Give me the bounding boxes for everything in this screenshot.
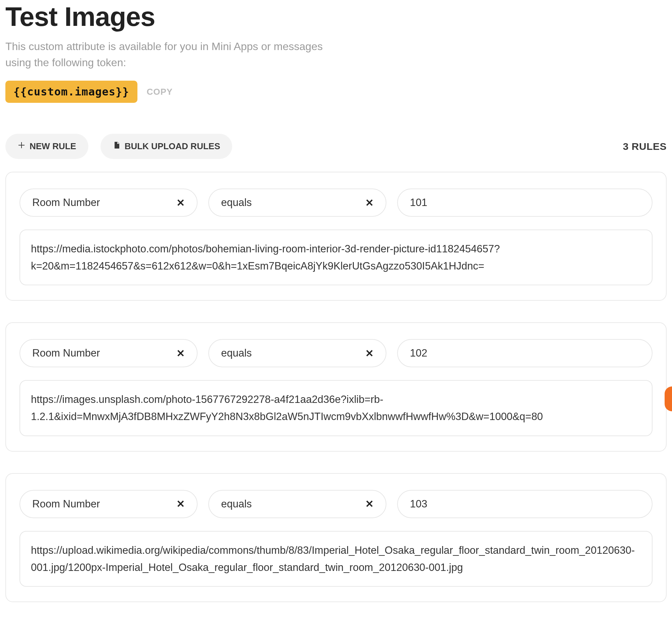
rule-comparison-value: 102 [410, 347, 427, 359]
page-title: Test Images [5, 1, 667, 32]
rule-value-input[interactable]: https://upload.wikimedia.org/wikipedia/c… [20, 531, 652, 587]
rule-field-select[interactable]: Room Number ✕ [20, 188, 198, 217]
rule-operator-label: equals [221, 347, 252, 359]
document-icon [112, 141, 120, 151]
new-rule-label: NEW RULE [30, 141, 76, 151]
clear-field-icon[interactable]: ✕ [170, 498, 185, 510]
plus-icon [17, 141, 26, 151]
page-subtitle: This custom attribute is available for y… [5, 38, 348, 71]
rule-operator-label: equals [221, 498, 252, 510]
rule-comparison-value: 101 [410, 197, 427, 209]
rules-count: 3 RULES [623, 141, 667, 152]
clear-field-icon[interactable]: ✕ [170, 347, 185, 359]
rule-comparison-value: 103 [410, 498, 427, 510]
rule-operator-select[interactable]: equals ✕ [208, 339, 386, 367]
rule-comparison-input[interactable]: 103 [397, 490, 652, 518]
clear-field-icon[interactable]: ✕ [170, 197, 185, 209]
bulk-upload-button[interactable]: BULK UPLOAD RULES [101, 134, 233, 159]
rule-field-select[interactable]: Room Number ✕ [20, 490, 198, 518]
clear-operator-icon[interactable]: ✕ [358, 498, 374, 510]
delete-rule-edge-button[interactable] [665, 386, 672, 411]
rule-value-text: https://upload.wikimedia.org/wikipedia/c… [31, 544, 635, 573]
clear-operator-icon[interactable]: ✕ [358, 347, 374, 359]
rule-field-select[interactable]: Room Number ✕ [20, 339, 198, 367]
new-rule-button[interactable]: NEW RULE [5, 134, 89, 159]
rule-value-text: https://media.istockphoto.com/photos/boh… [31, 243, 500, 272]
bulk-upload-label: BULK UPLOAD RULES [125, 141, 220, 151]
token-badge: {{custom.images}} [5, 81, 137, 103]
rule-comparison-input[interactable]: 101 [397, 188, 652, 217]
copy-button[interactable]: COPY [147, 87, 173, 97]
rule-card: Room Number ✕ equals ✕ 103 https://uploa… [5, 473, 667, 602]
rule-comparison-input[interactable]: 102 [397, 339, 652, 367]
rule-operator-select[interactable]: equals ✕ [208, 188, 386, 217]
rule-operator-select[interactable]: equals ✕ [208, 490, 386, 518]
rule-card: Room Number ✕ equals ✕ 101 https://media… [5, 172, 667, 301]
rule-field-label: Room Number [32, 498, 100, 510]
rule-value-text: https://images.unsplash.com/photo-156776… [31, 393, 543, 422]
rule-value-input[interactable]: https://images.unsplash.com/photo-156776… [20, 380, 652, 436]
rule-field-label: Room Number [32, 197, 100, 209]
rule-card: Room Number ✕ equals ✕ 102 https://image… [5, 322, 667, 451]
rule-operator-label: equals [221, 197, 252, 209]
rule-field-label: Room Number [32, 347, 100, 359]
clear-operator-icon[interactable]: ✕ [358, 197, 374, 209]
rule-value-input[interactable]: https://media.istockphoto.com/photos/boh… [20, 230, 652, 285]
